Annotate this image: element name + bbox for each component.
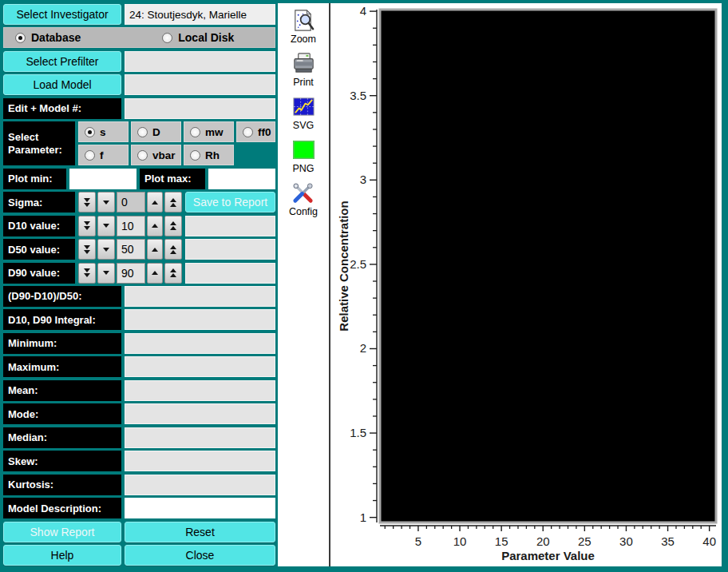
d50-spin-down-button[interactable] <box>97 239 115 260</box>
d50-spin-up-button[interactable] <box>147 239 163 260</box>
print-icon <box>291 51 316 76</box>
local-disk-radio-circle[interactable] <box>162 33 172 43</box>
sigma-spin-up-fast-button[interactable] <box>164 192 182 213</box>
stat-row: Minimum: <box>3 333 275 354</box>
show-report-button[interactable]: Show Report <box>3 522 121 542</box>
median-field <box>125 427 275 448</box>
prefilter-row: Select Prefilter <box>3 51 275 72</box>
param-rh-label: Rh <box>205 149 220 161</box>
mode-label: Mode: <box>3 403 121 424</box>
png-tool-button[interactable]: PNG <box>291 137 316 174</box>
close-button[interactable]: Close <box>125 545 275 566</box>
svg-icon <box>291 94 316 119</box>
integral-field <box>125 309 275 330</box>
stat-row: Kurtosis: <box>3 475 275 495</box>
svg-text:Parameter Value: Parameter Value <box>501 549 595 562</box>
plot-area[interactable]: 11.522.533.54510152025303540Parameter Va… <box>329 3 722 566</box>
d10-spin-up-fast-button[interactable] <box>164 216 182 236</box>
sigma-spinner: 0 <box>78 192 182 213</box>
load-model-button[interactable]: Load Model <box>3 74 121 95</box>
svg-text:25: 25 <box>578 534 592 548</box>
param-f-radio[interactable]: f <box>78 145 129 165</box>
print-tool-button[interactable]: Print <box>291 51 316 88</box>
maximum-field <box>125 356 275 377</box>
param-d-radio[interactable]: D <box>131 121 181 142</box>
d50-spin-down-fast-button[interactable] <box>78 239 96 260</box>
svg-text:2: 2 <box>360 341 366 355</box>
sigma-spin-up-button[interactable] <box>147 192 163 213</box>
d90-spin-down-button[interactable] <box>97 263 115 284</box>
svg-text:35: 35 <box>661 534 675 548</box>
select-prefilter-button[interactable]: Select Prefilter <box>3 51 121 72</box>
param-mw-radio[interactable]: mw <box>184 121 234 142</box>
d10-spin-down-button[interactable] <box>97 216 115 236</box>
load-model-field <box>125 74 275 95</box>
svg-text:5: 5 <box>415 534 421 548</box>
model-description-input[interactable] <box>125 498 275 518</box>
d90-spin-up-fast-button[interactable] <box>164 263 182 284</box>
param-s-radio[interactable]: s <box>78 121 129 142</box>
d90d10d50-field <box>125 286 275 307</box>
help-close-row: Help Close <box>3 545 275 566</box>
edit-model-field <box>125 98 275 119</box>
mean-field <box>125 380 275 401</box>
param-rh-radio-circle[interactable] <box>190 150 200 161</box>
d10-value[interactable]: 10 <box>117 216 145 236</box>
sigma-row: Sigma: 0 Save to Report <box>3 192 275 213</box>
param-ff0-radio-circle[interactable] <box>243 127 253 137</box>
investigator-field: 24: Stoutjesdyk, Marielle <box>125 4 275 25</box>
d10-spin-down-fast-button[interactable] <box>78 216 96 236</box>
d50-value[interactable]: 50 <box>117 239 145 260</box>
sigma-spin-down-fast-button[interactable] <box>78 192 96 213</box>
maximum-label: Maximum: <box>3 356 121 377</box>
plot-range-row: Plot min: Plot max: <box>3 169 275 189</box>
param-vbar-radio[interactable]: vbar <box>131 145 181 165</box>
plot-max-input[interactable] <box>208 169 275 189</box>
select-parameter-label: Select Parameter: <box>3 121 75 165</box>
select-investigator-button[interactable]: Select Investigator <box>3 4 121 25</box>
d10-spin-up-button[interactable] <box>147 216 163 236</box>
save-to-report-button[interactable]: Save to Report <box>185 192 275 213</box>
distribution-plot[interactable]: 11.522.533.54510152025303540Parameter Va… <box>330 3 722 566</box>
d50-spinner: 50 <box>78 239 182 260</box>
param-vbar-radio-circle[interactable] <box>137 150 148 161</box>
zoom-tool-button[interactable]: Zoom <box>291 8 316 45</box>
plot-min-input[interactable] <box>69 169 136 189</box>
kurtosis-field <box>125 475 275 495</box>
svg-text:3.5: 3.5 <box>350 89 366 102</box>
param-f-radio-circle[interactable] <box>85 150 95 161</box>
stat-row: (D90-D10)/D50: <box>3 286 275 307</box>
config-tool-button[interactable]: Config <box>289 181 318 217</box>
param-s-radio-circle[interactable] <box>85 127 95 137</box>
param-grid-spacer <box>236 145 275 165</box>
param-mw-label: mw <box>205 126 224 138</box>
d90-value[interactable]: 90 <box>117 263 145 284</box>
database-radio[interactable]: Database <box>15 31 81 44</box>
integral-label: D10, D90 Integral: <box>3 309 121 330</box>
svg-text:2.5: 2.5 <box>350 257 366 271</box>
mean-label: Mean: <box>3 380 121 401</box>
database-radio-circle[interactable] <box>15 33 26 43</box>
reset-button[interactable]: Reset <box>125 522 275 542</box>
param-d-radio-circle[interactable] <box>137 127 148 137</box>
d90-spin-down-fast-button[interactable] <box>78 263 96 284</box>
help-button[interactable]: Help <box>3 545 121 566</box>
d90-spin-up-button[interactable] <box>147 263 163 284</box>
load-model-row: Load Model <box>3 74 275 95</box>
d50-spin-up-fast-button[interactable] <box>164 239 182 260</box>
param-ff0-radio[interactable]: ff0 <box>236 121 275 142</box>
local-disk-radio[interactable]: Local Disk <box>162 31 234 44</box>
sigma-value[interactable]: 0 <box>117 192 145 213</box>
sigma-spin-down-button[interactable] <box>97 192 115 213</box>
svg-text:15: 15 <box>495 534 508 548</box>
zoom-tool-label: Zoom <box>291 34 316 45</box>
data-source-strip: Database Local Disk <box>3 27 275 48</box>
svg-text:Relative Concentration: Relative Concentration <box>337 201 350 331</box>
param-rh-radio[interactable]: Rh <box>184 145 234 165</box>
svg-tool-button[interactable]: SVG <box>291 94 316 131</box>
print-tool-label: Print <box>293 77 314 88</box>
skew-label: Skew: <box>3 451 121 471</box>
parameter-options: s D mw ff0 f <box>78 121 275 165</box>
param-mw-radio-circle[interactable] <box>190 127 200 137</box>
param-vbar-label: vbar <box>152 149 176 161</box>
